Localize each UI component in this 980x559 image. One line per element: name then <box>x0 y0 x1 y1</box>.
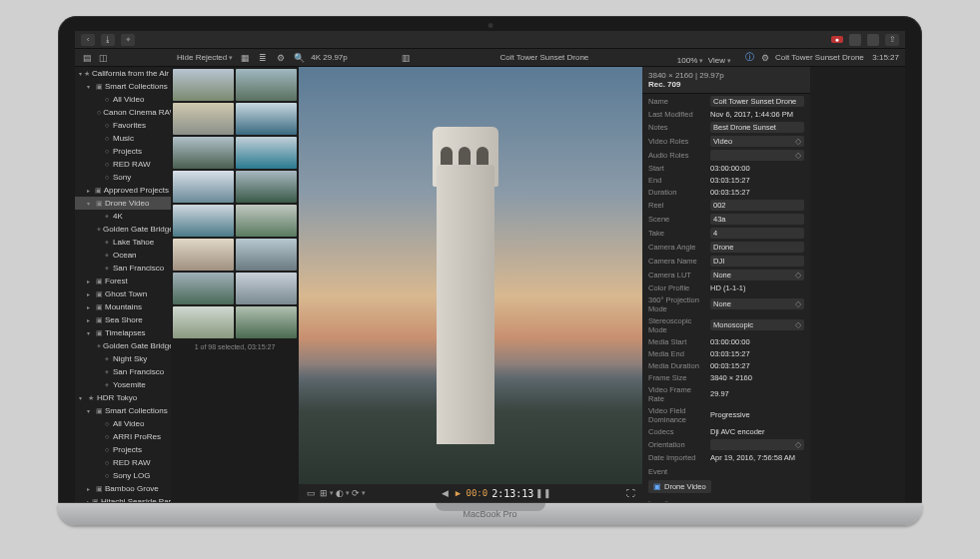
keyword-button[interactable]: ⌖ <box>121 34 135 46</box>
inspector-tab-settings-icon[interactable]: ⚙ <box>759 52 771 64</box>
inspector-field-value[interactable]: 43a <box>710 214 804 225</box>
sidebar-item[interactable]: ▾▣Smart Collections <box>75 80 171 93</box>
timecode-display[interactable]: 2:13:13 <box>491 488 533 499</box>
inspector-title: Coit Tower Sunset Drone <box>775 53 868 62</box>
sidebar-item[interactable]: ⌖Golden Gate Bridge <box>75 223 171 236</box>
inspector-field-value[interactable]: None◇ <box>710 298 804 309</box>
sidebar-item[interactable]: ⌖San Francisco <box>75 262 171 275</box>
inspector-field-value[interactable]: Video◇ <box>710 136 804 147</box>
sidebar-item[interactable]: ▸▣Sea Shore <box>75 313 171 326</box>
toolbar-square-1[interactable] <box>849 34 861 46</box>
inspector-field-value[interactable]: ◇ <box>710 150 804 161</box>
inspector-field-value[interactable]: Monoscopic◇ <box>710 319 804 330</box>
sidebar-item[interactable]: ▸▣Ghost Town <box>75 287 171 300</box>
thumbnail[interactable] <box>173 69 234 101</box>
sidebar-item[interactable]: ⌖Lake Tahoe <box>75 236 171 249</box>
list-view-icon[interactable]: ≣ <box>257 52 269 64</box>
thumbnail[interactable] <box>173 171 234 203</box>
thumbnail[interactable] <box>236 103 297 135</box>
sidebar-item[interactable]: ⌖San Francisco <box>75 365 171 378</box>
inspector-field-value[interactable]: DJI <box>710 256 804 267</box>
grid-view-icon[interactable]: ▦ <box>239 52 251 64</box>
thumbnail[interactable] <box>236 205 297 237</box>
photos-icon[interactable]: ◫ <box>97 52 109 64</box>
library-sidebar[interactable]: ▾★California from the Air▾▣Smart Collect… <box>75 67 171 502</box>
sidebar-item[interactable]: ○All Video <box>75 417 171 430</box>
fullscreen-icon[interactable]: ⛶ <box>624 487 636 499</box>
sidebar-item[interactable]: ▾★California from the Air <box>75 67 171 80</box>
record-indicator: ● <box>831 36 843 43</box>
sidebar-item[interactable]: ○Sony LOG <box>75 469 171 482</box>
thumbnail[interactable] <box>236 69 297 101</box>
view-menu[interactable]: View <box>708 56 731 65</box>
next-frame-icon[interactable]: ❚❚ <box>537 487 549 499</box>
skimmer-icon[interactable]: ▭ <box>305 487 317 499</box>
sidebar-item[interactable]: ○Favorites <box>75 119 171 132</box>
sidebar-item[interactable]: ○Sony <box>75 171 171 184</box>
inspector-panel[interactable]: 3840 × 2160 | 29.97p Rec. 709 NameCoit T… <box>642 67 810 502</box>
inspector-field-value[interactable]: 002 <box>710 200 804 211</box>
sidebar-item[interactable]: ▸▣Hitachi Seaside Park <box>75 495 171 502</box>
sidebar-item[interactable]: ▸▣Mountains <box>75 300 171 313</box>
viewer-settings-icon[interactable]: ▥ <box>400 52 412 64</box>
sidebar-item[interactable]: ▾▣Drone Video <box>75 197 171 210</box>
import-button[interactable]: ⭳ <box>101 34 115 46</box>
inspector-event-tag[interactable]: ▣Drone Video <box>648 480 711 493</box>
sidebar-item[interactable]: ○Projects <box>75 145 171 158</box>
sidebar-item[interactable]: ▸▣Approved Projects <box>75 184 171 197</box>
transform-menu[interactable]: ⊞ <box>321 487 333 499</box>
sidebar-item[interactable]: ▸▣Bamboo Grove <box>75 482 171 495</box>
browser-thumbnails[interactable]: 1 of 98 selected, 03:15:27 <box>171 67 299 502</box>
thumbnail[interactable] <box>236 306 297 338</box>
share-button[interactable]: ⇪ <box>885 34 899 46</box>
sidebar-item[interactable]: ▾▣Timelapses <box>75 326 171 339</box>
thumbnail[interactable] <box>236 137 297 169</box>
thumbnail[interactable] <box>173 205 234 237</box>
sidebar-item[interactable]: ⌖Yosemite <box>75 378 171 391</box>
prev-frame-icon[interactable]: ◀ <box>440 487 452 499</box>
sidebar-item[interactable]: ⌖Night Sky <box>75 352 171 365</box>
sidebar-item[interactable]: ○Canon Cinema RAW <box>75 106 171 119</box>
inspector-field-value[interactable]: Coit Tower Sunset Drone <box>710 96 804 107</box>
sidebar-item[interactable]: ○RED RAW <box>75 158 171 171</box>
thumbnail[interactable] <box>173 273 234 304</box>
clip-settings-icon[interactable]: ⚙ <box>275 52 287 64</box>
search-icon[interactable]: 🔍 <box>293 52 305 64</box>
inspector-field-value[interactable]: 4 <box>710 228 804 239</box>
back-button[interactable]: ‹ <box>81 34 95 46</box>
thumbnail[interactable] <box>173 306 234 338</box>
sidebar-item[interactable]: ⌖Golden Gate Bridge <box>75 339 171 352</box>
sidebar-item[interactable]: ⌖4K <box>75 210 171 223</box>
inspector-field-value[interactable]: ◇ <box>710 439 804 450</box>
viewer-canvas[interactable] <box>299 67 642 484</box>
inspector-colorspace: Rec. 709 <box>648 80 680 89</box>
inspector-field-value[interactable]: None◇ <box>710 270 804 280</box>
inspector-field-label: Stereoscopic Mode <box>648 316 706 334</box>
thumbnail[interactable] <box>236 171 297 203</box>
sidebar-item[interactable]: ○RED RAW <box>75 456 171 469</box>
zoom-menu[interactable]: 100% <box>677 56 703 65</box>
sidebar-item[interactable]: ▾★HDR Tokyo <box>75 391 171 404</box>
sidebar-item[interactable]: ▾▣Smart Collections <box>75 404 171 417</box>
laptop-base: MacBook Pro <box>58 503 922 525</box>
sidebar-item[interactable]: ○Music <box>75 132 171 145</box>
thumbnail[interactable] <box>236 273 297 304</box>
inspector-field-label: Take <box>648 229 706 238</box>
toolbar-square-2[interactable] <box>867 34 879 46</box>
thumbnail[interactable] <box>173 239 234 271</box>
thumbnail[interactable] <box>173 137 234 169</box>
sidebar-item[interactable]: ○All Video <box>75 93 171 106</box>
sidebar-item[interactable]: ⌖Ocean <box>75 249 171 262</box>
inspector-field-value[interactable]: Best Drone Sunset <box>710 122 804 133</box>
sidebar-item[interactable]: ○Projects <box>75 443 171 456</box>
color-menu[interactable]: ◐ <box>337 487 349 499</box>
retime-menu[interactable]: ⟳ <box>353 487 365 499</box>
thumbnail[interactable] <box>236 239 297 271</box>
sidebar-item[interactable]: ▸▣Forest <box>75 275 171 287</box>
sidebar-item[interactable]: ○ARRI ProRes <box>75 430 171 443</box>
library-icon[interactable]: ▤ <box>81 52 93 64</box>
filter-hide-rejected[interactable]: Hide Rejected <box>177 53 233 62</box>
inspector-field-value[interactable]: Drone <box>710 242 804 253</box>
thumbnail[interactable] <box>173 103 234 135</box>
inspector-tab-info-icon[interactable]: ⓘ <box>743 52 755 64</box>
